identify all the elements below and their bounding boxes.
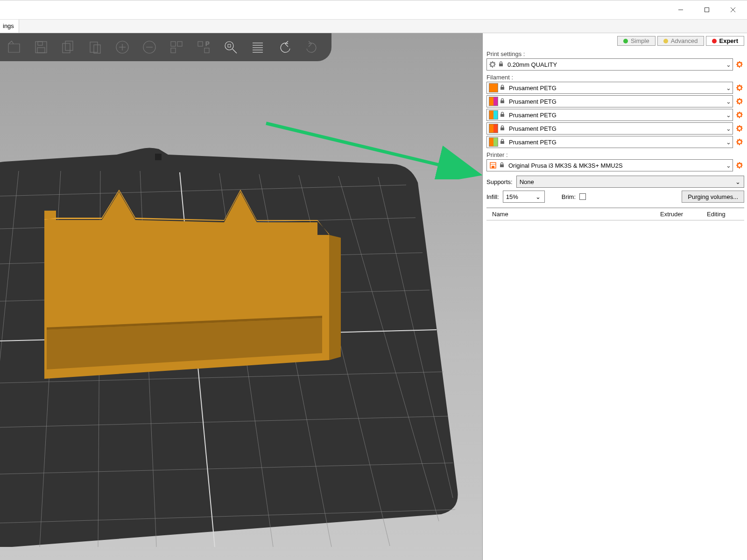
filament-select-3[interactable]: Prusament PETG ⌄ (486, 122, 733, 135)
chevron-down-icon: ⌄ (535, 193, 542, 200)
filament-select-0[interactable]: Prusament PETG ⌄ (486, 82, 733, 94)
chevron-down-icon: ⌄ (724, 125, 733, 132)
filament-color-swatch (489, 137, 498, 147)
variable-layer-icon[interactable] (247, 36, 269, 58)
printer-value: Original Prusa i3 MK3S & MK3S+ MMU2S (508, 162, 724, 169)
supports-select[interactable]: None ⌄ (516, 176, 744, 188)
filament-name: Prusament PETG (509, 125, 724, 132)
top-toolbar: P (0, 33, 331, 61)
filament-name: Prusament PETG (509, 112, 724, 119)
infill-value: 15% (506, 193, 518, 200)
label-infill: Infill: (486, 193, 499, 200)
filament-select-1[interactable]: Prusament PETG ⌄ (486, 95, 733, 107)
col-name: Name (486, 211, 660, 218)
lock-icon (500, 139, 506, 145)
svg-rect-29 (155, 154, 162, 160)
paste-icon[interactable] (84, 36, 106, 58)
save-icon[interactable] (30, 36, 52, 58)
filament-edit-button-1[interactable] (735, 97, 744, 106)
printer-select[interactable]: Original Prusa i3 MK3S & MK3S+ MMU2S ⌄ (486, 159, 733, 171)
gear-icon (489, 61, 496, 68)
add-instance-icon[interactable] (111, 36, 134, 58)
chevron-down-icon: ⌄ (724, 98, 733, 105)
object-table-header: Name Extruder Editing (486, 207, 744, 220)
filament-edit-button-4[interactable] (735, 137, 744, 147)
print-bed (0, 80, 483, 547)
open-icon[interactable] (3, 36, 25, 58)
print-settings-edit-button[interactable] (735, 60, 744, 69)
chevron-down-icon: ⌄ (734, 178, 741, 185)
col-extruder: Extruder (660, 211, 707, 218)
menubar: ings (0, 19, 747, 33)
filament-select-2[interactable]: Prusament PETG ⌄ (486, 109, 733, 121)
label-brim: Brim: (562, 193, 576, 200)
undo-icon[interactable] (274, 36, 296, 58)
3d-viewport[interactable]: P (0, 33, 483, 560)
svg-rect-16 (171, 42, 176, 46)
svg-rect-6 (37, 48, 45, 53)
chevron-down-icon: ⌄ (724, 139, 733, 146)
mode-simple[interactable]: Simple (617, 36, 655, 46)
infill-select[interactable]: 15% ⌄ (503, 191, 545, 203)
svg-rect-8 (65, 41, 73, 50)
svg-rect-10 (94, 45, 100, 53)
lock-icon (498, 61, 505, 68)
svg-rect-17 (177, 42, 182, 46)
filament-edit-button-2[interactable] (735, 110, 744, 120)
print-settings-select[interactable]: 0.20mm QUALITY ⌄ (486, 58, 733, 71)
label-print-settings: Print settings : (486, 50, 744, 57)
chevron-down-icon: ⌄ (724, 162, 733, 169)
svg-rect-20 (204, 48, 209, 53)
chevron-down-icon: ⌄ (724, 112, 733, 119)
mode-tabs: Simple Advanced Expert (486, 36, 744, 46)
svg-rect-5 (38, 42, 42, 45)
brim-checkbox[interactable] (579, 193, 586, 200)
maximize-button[interactable] (694, 1, 720, 18)
svg-rect-18 (171, 48, 176, 53)
supports-value: None (520, 178, 534, 185)
svg-rect-53 (492, 166, 494, 168)
svg-rect-7 (63, 43, 70, 53)
arrange-icon[interactable] (165, 36, 188, 58)
filament-edit-button-3[interactable] (735, 124, 744, 133)
svg-rect-1 (705, 8, 709, 12)
printer-icon (489, 161, 497, 170)
window-titlebar (0, 0, 747, 19)
col-editing: Editing (707, 211, 744, 218)
filament-name: Prusament PETG (509, 98, 724, 105)
filament-color-swatch (489, 124, 498, 133)
minimize-button[interactable] (668, 1, 694, 18)
lock-icon (500, 85, 506, 91)
filament-select-4[interactable]: Prusament PETG ⌄ (486, 136, 733, 148)
arrange-selection-icon[interactable]: P (192, 36, 215, 58)
lock-icon (499, 162, 506, 169)
label-supports: Supports: (486, 178, 513, 185)
lock-icon (500, 98, 506, 105)
settings-sidebar: Simple Advanced Expert Print settings : … (483, 33, 747, 560)
filament-color-swatch (489, 97, 498, 106)
printer-edit-button[interactable] (735, 161, 744, 170)
filament-color-swatch (489, 83, 498, 92)
filament-name: Prusament PETG (509, 85, 724, 92)
label-printer: Printer : (486, 151, 744, 158)
filament-color-swatch (489, 110, 498, 120)
lock-icon (500, 112, 506, 118)
label-filament: Filament : (486, 74, 744, 81)
chevron-down-icon: ⌄ (724, 61, 733, 68)
copy-icon[interactable] (57, 36, 79, 58)
purging-volumes-button[interactable]: Purging volumes... (682, 191, 744, 203)
redo-icon[interactable] (301, 36, 323, 58)
mode-advanced[interactable]: Advanced (657, 36, 704, 46)
lock-icon (500, 125, 506, 132)
svg-line-23 (233, 49, 237, 53)
filament-edit-button-0[interactable] (735, 83, 744, 92)
menu-item[interactable]: ings (0, 20, 19, 33)
close-button[interactable] (720, 1, 746, 18)
svg-text:P: P (205, 40, 210, 47)
mode-expert[interactable]: Expert (706, 36, 744, 46)
print-settings-value: 0.20mm QUALITY (507, 61, 724, 68)
search-icon[interactable] (219, 36, 242, 58)
svg-rect-19 (198, 42, 203, 46)
remove-instance-icon[interactable] (138, 36, 161, 58)
filament-name: Prusament PETG (509, 139, 724, 146)
